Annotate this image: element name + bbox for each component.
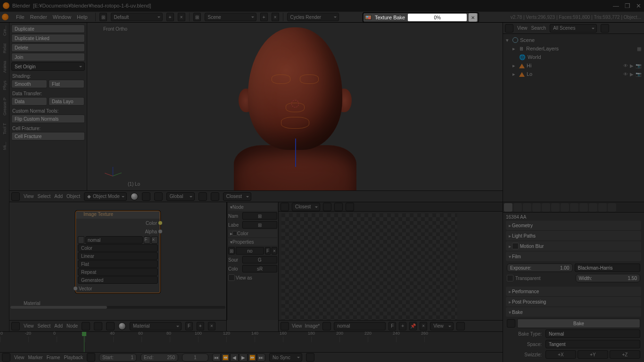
filter-width-field[interactable]: Width:1.50 xyxy=(576,274,641,282)
editor-type-3dview-icon[interactable] xyxy=(11,192,20,201)
render-engine-dropdown[interactable]: Cycles Render xyxy=(287,13,339,21)
menu-file[interactable]: File xyxy=(16,14,25,20)
tree-scene[interactable]: Scene xyxy=(520,37,535,43)
uv-snap-dropdown[interactable]: Closest xyxy=(292,203,320,211)
manipulator-toggle-icon[interactable] xyxy=(154,192,163,201)
socket-color-icon[interactable] xyxy=(158,221,162,225)
vtab-3[interactable]: Phys xyxy=(2,81,7,90)
exposure-field[interactable]: Exposure:1.00 xyxy=(507,263,573,272)
editor-type-outliner-icon[interactable] xyxy=(505,24,513,33)
tree-hi[interactable]: Hi xyxy=(527,63,531,68)
duplicate-linked-button[interactable]: Duplicate Linked xyxy=(11,34,85,42)
join-button[interactable]: Join xyxy=(11,53,85,61)
editor-type-timeline-icon[interactable] xyxy=(2,353,10,362)
screen-browse-icon[interactable]: ⊞ xyxy=(99,13,107,21)
set-origin-dropdown[interactable]: Set Origin xyxy=(11,62,85,71)
uv-pin-icon[interactable]: 📌 xyxy=(409,322,417,330)
cell-fracture-button[interactable]: Cell Fracture xyxy=(11,132,85,140)
scene-dropdown[interactable]: Scene xyxy=(205,13,256,21)
data-button[interactable]: Data xyxy=(11,97,47,106)
jump-end-button[interactable]: ⏭ xyxy=(257,354,265,362)
vtab-5[interactable]: Tool T xyxy=(2,123,7,134)
flat-button[interactable]: Flat xyxy=(49,80,84,88)
motion-blur-check[interactable] xyxy=(512,243,519,249)
v3d-menu-object[interactable]: Object xyxy=(66,194,80,199)
ol-menu-search[interactable]: Search xyxy=(531,25,546,31)
uv-add-image-button[interactable]: + xyxy=(399,322,406,330)
panel-post-processing[interactable]: Post Processing xyxy=(506,297,641,306)
bake-space-dropdown[interactable]: Tangent xyxy=(545,340,640,348)
node-dd-0[interactable]: Color xyxy=(78,244,158,252)
start-frame-field[interactable]: Start:1 xyxy=(99,354,137,362)
material-add-button[interactable]: + xyxy=(197,322,204,330)
panel-light-paths[interactable]: Light Paths xyxy=(506,231,641,240)
snap-target-dropdown[interactable]: Closest xyxy=(223,192,251,201)
uv-menu-image[interactable]: Image* xyxy=(305,323,320,329)
ne-menu-add[interactable]: Add xyxy=(54,323,63,329)
v3d-menu-view[interactable]: View xyxy=(24,194,34,199)
material-del-button[interactable]: × xyxy=(208,322,215,330)
tab-data-icon[interactable] xyxy=(570,203,578,212)
swizzle-y-dropdown[interactable]: +Y xyxy=(578,350,608,359)
image-unlink-button[interactable]: × xyxy=(151,236,158,244)
uv-tool-icon[interactable] xyxy=(346,203,354,211)
compositing-icon[interactable] xyxy=(94,322,102,330)
material-dropdown[interactable]: Material xyxy=(130,322,182,330)
ns-viewas-check[interactable] xyxy=(228,274,235,281)
menu-window[interactable]: Window xyxy=(53,14,71,20)
3d-viewport[interactable]: Front Ortho (1) Lo xyxy=(87,23,503,190)
play-reverse-button[interactable]: ◀ xyxy=(230,354,239,362)
vtab-2[interactable]: Anima xyxy=(2,61,7,73)
texture-icon[interactable] xyxy=(106,322,115,330)
transparent-check[interactable] xyxy=(507,275,513,281)
tab-physics-icon[interactable] xyxy=(608,203,616,212)
tree-world[interactable]: World xyxy=(528,54,541,60)
shading-mode-icon[interactable] xyxy=(131,193,138,200)
jump-start-button[interactable]: ⏮ xyxy=(212,354,221,362)
sync-mode-dropdown[interactable]: No Sync xyxy=(269,353,302,362)
image-name-field[interactable]: nomal xyxy=(85,236,143,244)
keyframe-prev-button[interactable]: ⏪ xyxy=(221,354,230,362)
editor-type-icon[interactable] xyxy=(2,14,8,20)
snap-icon[interactable] xyxy=(211,192,219,201)
uv-mode-dropdown[interactable]: View xyxy=(430,322,454,330)
ne-menu-node[interactable]: Node xyxy=(66,323,78,329)
panel-geometry[interactable]: Geometry xyxy=(506,221,641,230)
pixel-filter-dropdown[interactable]: Blackman-Harris xyxy=(575,263,641,272)
layers-group-icon[interactable] xyxy=(198,192,207,201)
mode-dropdown[interactable]: ◆Object Mode xyxy=(84,192,127,201)
uv-image-field[interactable]: nomal xyxy=(334,322,386,330)
del-screen-button[interactable]: × xyxy=(178,13,185,21)
maximize-icon[interactable]: ❐ xyxy=(625,2,630,9)
scene-browse-icon[interactable]: ⊞ xyxy=(193,13,201,21)
panel-film[interactable]: Film xyxy=(506,252,641,261)
minimize-icon[interactable]: — xyxy=(613,2,619,9)
ns-browse-icon[interactable]: ⊞ xyxy=(228,247,235,255)
ns-node-header[interactable]: ▾ Node xyxy=(228,203,277,211)
tree-renderlayers[interactable]: RenderLayers xyxy=(526,46,559,51)
tab-modifiers-icon[interactable] xyxy=(561,203,569,212)
ne-menu-view[interactable]: View xyxy=(24,323,34,329)
current-frame-field[interactable]: 1 xyxy=(182,354,208,362)
range-icon[interactable] xyxy=(87,353,95,362)
vtab-1[interactable]: Relat xyxy=(2,43,7,53)
camera-icon[interactable]: 📷 xyxy=(636,72,641,77)
material-fake-user-button[interactable]: F xyxy=(185,322,193,330)
tab-renderlayers-icon[interactable] xyxy=(513,203,522,212)
tab-scene-icon[interactable] xyxy=(523,203,531,212)
add-screen-button[interactable]: + xyxy=(166,13,174,21)
ns-source-field[interactable]: G xyxy=(242,256,277,263)
autokey-icon[interactable] xyxy=(306,353,314,362)
close-icon[interactable]: ✕ xyxy=(636,2,641,9)
tab-texture-icon[interactable] xyxy=(589,203,597,212)
screen-layout-dropdown[interactable]: Default xyxy=(111,13,163,21)
outliner-filter-dropdown[interactable]: All Scenes xyxy=(550,24,597,33)
timeline-cursor[interactable] xyxy=(84,332,84,352)
panel-motion-blur[interactable]: Motion Blur xyxy=(506,241,641,251)
swizzle-x-dropdown[interactable]: +X xyxy=(545,350,576,359)
editor-type-node-icon[interactable] xyxy=(11,322,20,330)
node-dd-3[interactable]: Repeat xyxy=(78,268,158,276)
tab-object-icon[interactable] xyxy=(542,203,550,212)
uv-canvas[interactable] xyxy=(281,214,457,320)
v3d-menu-select[interactable]: Select xyxy=(38,194,51,199)
